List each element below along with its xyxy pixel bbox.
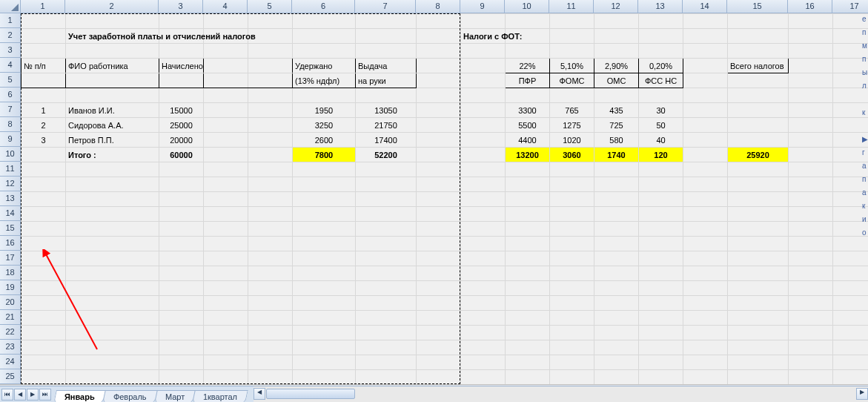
cell-r3-c3[interactable] — [159, 44, 204, 59]
cell-r6-c13[interactable] — [639, 88, 683, 103]
cell-r22-c3[interactable] — [159, 326, 204, 340]
cell-r7-c4[interactable] — [204, 103, 248, 118]
cell-r1-c8[interactable] — [417, 14, 461, 29]
row-header-24[interactable]: 24 — [0, 355, 20, 369]
cell-r22-c11[interactable] — [550, 326, 594, 340]
cell-r23-c10[interactable] — [506, 340, 550, 355]
row-header-18[interactable]: 18 — [0, 266, 20, 280]
row-header-23[interactable]: 23 — [0, 340, 20, 355]
cell-r18-c9[interactable] — [461, 266, 506, 281]
cell-r24-c8[interactable] — [417, 355, 461, 370]
cell-r12-c10[interactable] — [506, 177, 550, 192]
cell-r23-c16[interactable] — [789, 340, 833, 355]
cell-r4-c5[interactable] — [248, 59, 293, 73]
cell-r4-c10[interactable]: 22% — [506, 59, 550, 73]
cell-r3-c13[interactable] — [639, 44, 683, 59]
cell-r6-c11[interactable] — [550, 88, 594, 103]
cell-r25-c12[interactable] — [594, 370, 639, 385]
cell-r15-c11[interactable] — [550, 222, 594, 237]
row-header-22[interactable]: 22 — [0, 325, 20, 340]
cell-r19-c5[interactable] — [248, 281, 293, 296]
cell-r12-c4[interactable] — [204, 177, 248, 192]
cell-r5-c13[interactable]: ФСС НС — [639, 73, 683, 88]
cell-r9-c10[interactable]: 4400 — [506, 133, 550, 148]
cell-r5-c7[interactable]: на руки — [356, 73, 417, 88]
cell-r4-c2[interactable]: ФИО работника — [66, 59, 159, 73]
cell-r4-c1[interactable]: № п/п — [21, 59, 66, 73]
horizontal-scroll-thumb[interactable] — [266, 389, 355, 399]
cell-r2-c15[interactable] — [728, 29, 789, 44]
cell-r24-c16[interactable] — [789, 355, 833, 370]
cell-r17-c2[interactable] — [66, 251, 159, 266]
scroll-right-button[interactable]: ▶ — [856, 388, 868, 400]
cell-r8-c11[interactable]: 1275 — [550, 118, 594, 133]
column-header-4[interactable]: 4 — [203, 0, 248, 13]
cell-r16-c13[interactable] — [639, 237, 683, 251]
cell-r22-c14[interactable] — [683, 326, 728, 340]
cell-r20-c1[interactable] — [21, 296, 66, 311]
cell-r10-c6[interactable]: 7800 — [293, 148, 356, 162]
cell-r12-c9[interactable] — [461, 177, 506, 192]
cell-r21-c17[interactable] — [833, 311, 869, 326]
cell-r4-c8[interactable] — [417, 59, 461, 73]
cell-r11-c9[interactable] — [461, 162, 506, 177]
cell-r23-c9[interactable] — [461, 340, 506, 355]
cell-r22-c10[interactable] — [506, 326, 550, 340]
cell-r1-c6[interactable] — [293, 14, 356, 29]
cell-r20-c3[interactable] — [159, 296, 204, 311]
cell-r22-c8[interactable] — [417, 326, 461, 340]
cell-r25-c7[interactable] — [356, 370, 417, 385]
select-all-cell[interactable] — [0, 0, 21, 13]
tab-first-button[interactable]: ⏮ — [1, 389, 13, 401]
cell-r13-c16[interactable] — [789, 192, 833, 207]
cell-r1-c9[interactable] — [461, 14, 506, 29]
cell-r23-c12[interactable] — [594, 340, 639, 355]
cell-r20-c12[interactable] — [594, 296, 639, 311]
cell-r14-c8[interactable] — [417, 207, 461, 222]
cell-r13-c9[interactable] — [461, 192, 506, 207]
cell-r14-c3[interactable] — [159, 207, 204, 222]
column-header-11[interactable]: 11 — [549, 0, 594, 13]
cell-r6-c9[interactable] — [461, 88, 506, 103]
cell-r6-c1[interactable] — [21, 88, 66, 103]
cell-r11-c7[interactable] — [356, 162, 417, 177]
cell-r17-c7[interactable] — [356, 251, 417, 266]
cell-r7-c1[interactable]: 1 — [21, 103, 66, 118]
cell-r12-c8[interactable] — [417, 177, 461, 192]
cell-r14-c6[interactable] — [293, 207, 356, 222]
cell-r8-c7[interactable]: 21750 — [356, 118, 417, 133]
cell-r1-c3[interactable] — [159, 14, 204, 29]
cell-r6-c15[interactable] — [728, 88, 789, 103]
cell-r3-c15[interactable] — [728, 44, 789, 59]
cell-r2-c11[interactable] — [550, 29, 594, 44]
cell-r12-c14[interactable] — [683, 177, 728, 192]
cell-r18-c6[interactable] — [293, 266, 356, 281]
cell-r8-c13[interactable]: 50 — [639, 118, 683, 133]
cell-r10-c10[interactable]: 13200 — [506, 148, 550, 162]
cell-r5-c2[interactable] — [66, 73, 159, 88]
cell-r9-c7[interactable]: 17400 — [356, 133, 417, 148]
cell-r17-c12[interactable] — [594, 251, 639, 266]
cell-r1-c10[interactable] — [506, 14, 550, 29]
cell-r22-c12[interactable] — [594, 326, 639, 340]
scroll-left-button[interactable]: ◀ — [254, 388, 265, 400]
cell-r9-c6[interactable]: 2600 — [293, 133, 356, 148]
cell-r18-c12[interactable] — [594, 266, 639, 281]
cell-r16-c5[interactable] — [248, 237, 293, 251]
cell-r15-c5[interactable] — [248, 222, 293, 237]
cell-r25-c9[interactable] — [461, 370, 506, 385]
cell-r8-c10[interactable]: 5500 — [506, 118, 550, 133]
cell-r14-c17[interactable] — [833, 207, 869, 222]
column-header-16[interactable]: 16 — [788, 0, 832, 13]
cell-r12-c5[interactable] — [248, 177, 293, 192]
cell-r5-c16[interactable] — [789, 73, 833, 88]
cell-r7-c15[interactable] — [728, 103, 789, 118]
tab-next-button[interactable]: ▶ — [27, 389, 39, 401]
column-header-17[interactable]: 17 — [832, 0, 868, 13]
cell-r18-c16[interactable] — [789, 266, 833, 281]
column-header-8[interactable]: 8 — [416, 0, 460, 13]
cell-r16-c7[interactable] — [356, 237, 417, 251]
cell-r8-c4[interactable] — [204, 118, 248, 133]
cell-r22-c13[interactable] — [639, 326, 683, 340]
cell-r8-c14[interactable] — [683, 118, 728, 133]
